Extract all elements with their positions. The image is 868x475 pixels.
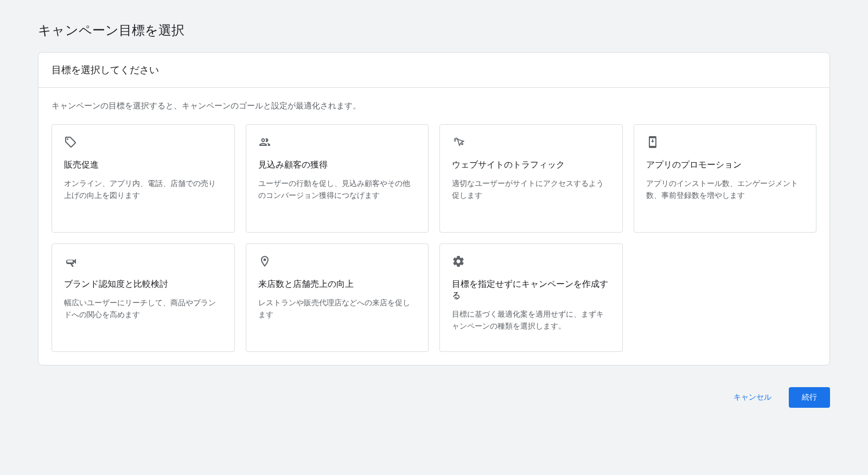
- goal-card-brand-awareness[interactable]: ブランド認知度と比較検討 幅広いユーザーにリーチして、商品やブランドへの関心を高…: [52, 243, 235, 352]
- cursor-click-icon: [452, 136, 465, 149]
- goal-card-no-goal[interactable]: 目標を指定せずにキャンペーンを作成する 目標に基づく最適化案を適用せずに、まずキ…: [439, 243, 623, 352]
- goal-desc: 幅広いユーザーにリーチして、商品やブランドへの関心を高めます: [64, 297, 222, 321]
- goal-card-leads[interactable]: 見込み顧客の獲得 ユーザーの行動を促し、見込み顧客やその他のコンバージョン獲得に…: [246, 124, 429, 233]
- goal-title: ウェブサイトのトラフィック: [452, 159, 610, 171]
- goal-selection-card: 目標を選択してください キャンペーンの目標を選択すると、キャンペーンのゴールと設…: [38, 52, 830, 365]
- goal-title: ブランド認知度と比較検討: [64, 279, 222, 290]
- card-body: キャンペーンの目標を選択すると、キャンペーンのゴールと設定が最適化されます。 販…: [39, 88, 829, 365]
- goal-card-sales[interactable]: 販売促進 オンライン、アプリ内、電話、店舗での売り上げの向上を図ります: [52, 124, 235, 233]
- goal-title: 販売促進: [64, 159, 222, 171]
- goal-card-app-promotion[interactable]: アプリのプロモーション アプリのインストール数、エンゲージメント数、事前登録数を…: [634, 124, 817, 233]
- goal-desc: 目標に基づく最適化案を適用せずに、まずキャンペーンの種類を選択します。: [452, 308, 610, 332]
- goal-title: 見込み顧客の獲得: [258, 159, 417, 171]
- phone-download-icon: [646, 136, 659, 149]
- footer-buttons: キャンセル 続行: [38, 387, 830, 408]
- goal-desc: 適切なユーザーがサイトにアクセスするよう促します: [452, 177, 610, 202]
- goal-card-store-visits[interactable]: 来店数と店舗売上の向上 レストランや販売代理店などへの来店を促します: [246, 243, 429, 352]
- megaphone-icon: [64, 255, 77, 268]
- page-title: キャンペーン目標を選択: [38, 22, 830, 39]
- goal-title: 来店数と店舗売上の向上: [258, 279, 417, 290]
- goal-title: 目標を指定せずにキャンペーンを作成する: [452, 279, 610, 301]
- location-pin-icon: [258, 255, 271, 268]
- tag-icon: [64, 136, 77, 149]
- people-icon: [258, 136, 271, 149]
- card-header: 目標を選択してください: [39, 53, 829, 88]
- gear-icon: [452, 255, 465, 268]
- goal-desc: アプリのインストール数、エンゲージメント数、事前登録数を増やします: [646, 177, 805, 202]
- goal-desc: ユーザーの行動を促し、見込み顧客やその他のコンバージョン獲得につなげます: [258, 177, 417, 202]
- card-header-title: 目標を選択してください: [52, 63, 816, 76]
- goals-grid: 販売促進 オンライン、アプリ内、電話、店舗での売り上げの向上を図ります 見込み顧…: [52, 124, 816, 352]
- goal-desc: レストランや販売代理店などへの来店を促します: [258, 297, 417, 321]
- goal-title: アプリのプロモーション: [646, 159, 805, 171]
- cancel-button[interactable]: キャンセル: [720, 387, 784, 408]
- card-description: キャンペーンの目標を選択すると、キャンペーンのゴールと設定が最適化されます。: [52, 101, 816, 111]
- goal-desc: オンライン、アプリ内、電話、店舗での売り上げの向上を図ります: [64, 177, 222, 202]
- continue-button[interactable]: 続行: [789, 387, 830, 408]
- goal-card-traffic[interactable]: ウェブサイトのトラフィック 適切なユーザーがサイトにアクセスするよう促します: [439, 124, 623, 233]
